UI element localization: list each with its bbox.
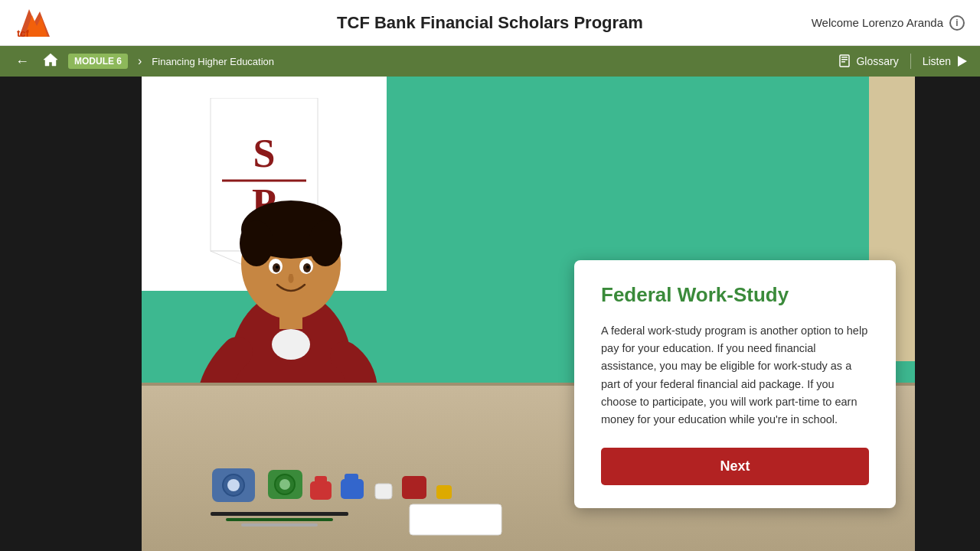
back-button[interactable]: ← — [11, 52, 33, 71]
nav-right: Glossary Listen — [838, 54, 969, 69]
right-panel — [915, 77, 980, 551]
card-body: A federal work-study program is another … — [601, 322, 869, 429]
next-button[interactable]: Next — [601, 448, 869, 485]
home-button[interactable] — [39, 51, 62, 71]
svg-rect-26 — [279, 310, 302, 329]
svg-point-24 — [276, 266, 279, 269]
tcf-logo-icon: tcf — [15, 8, 54, 38]
nav-divider — [910, 54, 911, 69]
svg-rect-6 — [841, 59, 848, 60]
listen-button[interactable]: Listen — [923, 54, 969, 68]
svg-point-37 — [279, 479, 290, 490]
svg-rect-41 — [345, 474, 358, 481]
svg-rect-39 — [315, 476, 327, 484]
welcome-text: Welcome Lorenzo Aranda — [812, 16, 943, 29]
breadcrumb-separator: › — [138, 54, 142, 68]
navigation-bar: ← MODULE 6 › Financing Higher Education … — [0, 46, 980, 77]
user-welcome: Welcome Lorenzo Aranda i — [812, 15, 965, 31]
svg-rect-38 — [310, 481, 332, 500]
svg-point-18 — [240, 220, 273, 266]
svg-rect-45 — [211, 512, 348, 516]
svg-marker-8 — [958, 56, 967, 67]
glossary-button[interactable]: Glossary — [838, 54, 898, 68]
svg-point-25 — [306, 266, 309, 269]
svg-rect-7 — [841, 61, 845, 63]
content-card: Federal Work-Study A federal work-study … — [574, 260, 896, 508]
play-icon — [955, 54, 969, 68]
svg-point-19 — [309, 220, 342, 266]
logo-area: tcf — [15, 8, 54, 38]
module-badge: MODULE 6 — [68, 54, 128, 69]
svg-point-34 — [227, 479, 240, 491]
svg-rect-5 — [841, 57, 848, 58]
left-panel — [0, 77, 142, 551]
header: tcf TCF Bank Financial Scholars Program … — [0, 0, 980, 46]
svg-rect-44 — [436, 485, 452, 499]
glossary-icon — [838, 54, 852, 68]
page-title: TCF Bank Financial Scholars Program — [337, 13, 643, 33]
svg-rect-48 — [410, 504, 501, 535]
main-content: S P — [0, 77, 980, 551]
info-icon[interactable]: i — [949, 15, 965, 31]
breadcrumb-text: Financing Higher Education — [152, 56, 274, 67]
svg-rect-43 — [402, 476, 426, 499]
nav-left: ← MODULE 6 › Financing Higher Education — [11, 51, 274, 71]
svg-rect-40 — [341, 479, 364, 499]
svg-rect-42 — [375, 484, 392, 499]
svg-text:tcf: tcf — [17, 28, 30, 38]
svg-marker-3 — [44, 54, 57, 66]
svg-rect-47 — [241, 523, 318, 527]
card-title: Federal Work-Study — [601, 283, 869, 307]
home-icon — [43, 53, 58, 67]
svg-point-15 — [272, 329, 310, 360]
svg-rect-46 — [226, 518, 333, 521]
